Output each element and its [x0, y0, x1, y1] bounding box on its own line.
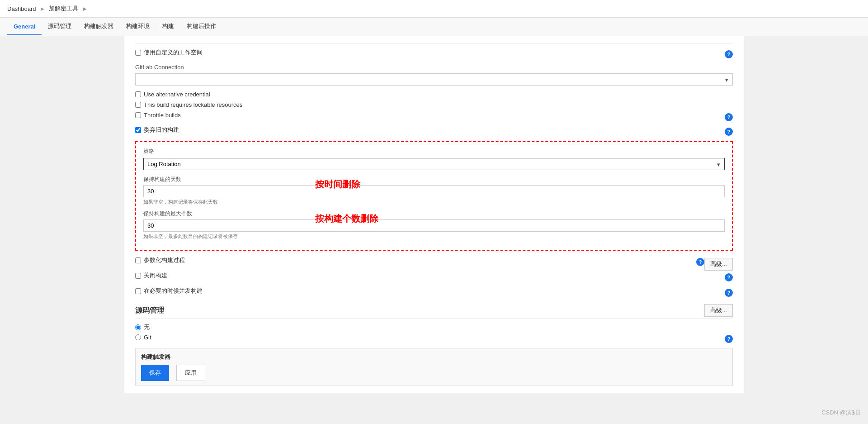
keep-max-input[interactable] — [143, 219, 725, 232]
source-git-label: Git — [144, 334, 151, 341]
alternative-credential-row: Use alternative credential — [135, 91, 733, 98]
log-rotation-select-wrapper: Log Rotation — [143, 158, 725, 170]
lockable-resources-row: This build requires lockable resources — [135, 101, 733, 108]
discard-help-icon[interactable]: ? — [725, 128, 733, 136]
close-build-row: 关闭构建 ? — [135, 272, 733, 283]
discard-old-label: 委弃旧的构建 — [144, 126, 179, 134]
throttle-help-icon[interactable]: ? — [725, 113, 733, 121]
fork-build-label: 在必要的时候并发构建 — [144, 287, 203, 295]
param-builds-row: 参数化构建过程 ? — [135, 256, 704, 268]
source-none-row: 无 — [135, 323, 733, 331]
breadcrumb-arrow: ► — [40, 5, 46, 12]
workspace-checkbox[interactable] — [135, 50, 141, 56]
keep-max-label: 保持构建的最大个数 — [143, 210, 725, 218]
breadcrumb-dashboard[interactable]: Dashboard — [7, 5, 36, 12]
breadcrumb-arrow2: ► — [82, 5, 88, 12]
throttle-builds-label: Throttle builds — [144, 112, 181, 119]
param-builds-checkbox[interactable] — [135, 257, 141, 263]
close-build-label: 关闭构建 — [144, 272, 167, 280]
tab-trigger[interactable]: 构建触发器 — [78, 18, 120, 36]
keep-max-hint: 如果非空，最多此数目的构建记录将被保存 — [143, 233, 725, 240]
close-build-checkbox[interactable] — [135, 273, 141, 279]
source-none-radio[interactable] — [135, 324, 141, 330]
gitlab-connection-select[interactable] — [135, 73, 733, 86]
workspace-label: 使用自定义的工作空间 — [144, 48, 203, 57]
main-content: 使用自定义的工作空间 ? GitLab Connection Use alter… — [124, 36, 744, 393]
close-build-help-icon[interactable]: ? — [725, 273, 733, 281]
tabs-bar: General 源码管理 构建触发器 构建环境 构建 构建后操作 — [0, 18, 868, 36]
lockable-resources-checkbox[interactable] — [135, 102, 141, 108]
breadcrumb-current: 加解密工具 — [49, 5, 78, 13]
fork-build-row: 在必要的时候并发构建 ? — [135, 287, 733, 299]
lockable-resources-label: This build requires lockable resources — [144, 101, 242, 108]
keep-days-hint: 如果非空，构建记录将保存此天数 — [143, 199, 725, 205]
keep-max-field: 保持构建的最大个数 按构建个数删除 如果非空，最多此数目的构建记录将被保存 — [143, 210, 725, 240]
tab-post-build[interactable]: 构建后操作 — [180, 18, 222, 36]
param-builds-help-icon[interactable]: ? — [696, 258, 704, 266]
source-git-help-icon[interactable]: ? — [725, 335, 733, 343]
keep-days-input[interactable] — [143, 185, 725, 197]
keep-days-label: 保持构建的天数 — [143, 176, 725, 183]
gitlab-connection-label: GitLab Connection — [135, 64, 733, 71]
fork-build-help-icon[interactable]: ? — [725, 289, 733, 297]
gitlab-connection-select-wrapper — [135, 73, 733, 86]
strategy-field-group: 策略 Log Rotation 保持构建的天数 按时间删除 如果非空，构建记录将… — [135, 141, 733, 251]
tab-build[interactable]: 构建 — [156, 18, 180, 36]
apply-button[interactable]: 应用 — [176, 365, 205, 381]
save-button[interactable]: 保存 — [141, 365, 169, 381]
param-builds-label: 参数化构建过程 — [144, 256, 185, 264]
advanced-button-1[interactable]: 高级... — [704, 258, 733, 271]
source-none-label: 无 — [144, 323, 150, 331]
discard-old-row: 委弃旧的构建 ? — [135, 126, 733, 138]
discard-old-checkbox[interactable] — [135, 127, 141, 133]
source-git-row: Git ? — [135, 334, 733, 343]
log-rotation-select[interactable]: Log Rotation — [143, 158, 725, 170]
fork-build-checkbox[interactable] — [135, 288, 141, 294]
build-trigger-section: 构建触发器 保存 应用 — [135, 348, 733, 386]
throttle-builds-row: Throttle builds ? — [135, 112, 733, 122]
tab-source[interactable]: 源码管理 — [42, 18, 78, 36]
workspace-help-icon[interactable]: ? — [725, 50, 733, 58]
throttle-builds-checkbox[interactable] — [135, 112, 141, 118]
workspace-row: 使用自定义的工作空间 ? — [135, 48, 733, 60]
breadcrumb: Dashboard ► 加解密工具 ► — [0, 0, 868, 18]
source-mgmt-title: 源码管理 — [135, 306, 733, 319]
advanced-button-2[interactable]: 高级... — [704, 304, 733, 317]
tab-general[interactable]: General — [7, 19, 42, 35]
source-git-radio[interactable] — [135, 334, 141, 340]
build-trigger-label: 构建触发器 — [141, 353, 727, 361]
strategy-label: 策略 — [143, 148, 725, 155]
alternative-credential-checkbox[interactable] — [135, 91, 141, 97]
keep-days-field: 保持构建的天数 按时间删除 如果非空，构建记录将保存此天数 — [143, 176, 725, 205]
alternative-credential-label: Use alternative credential — [144, 91, 210, 98]
tab-env[interactable]: 构建环境 — [120, 18, 156, 36]
